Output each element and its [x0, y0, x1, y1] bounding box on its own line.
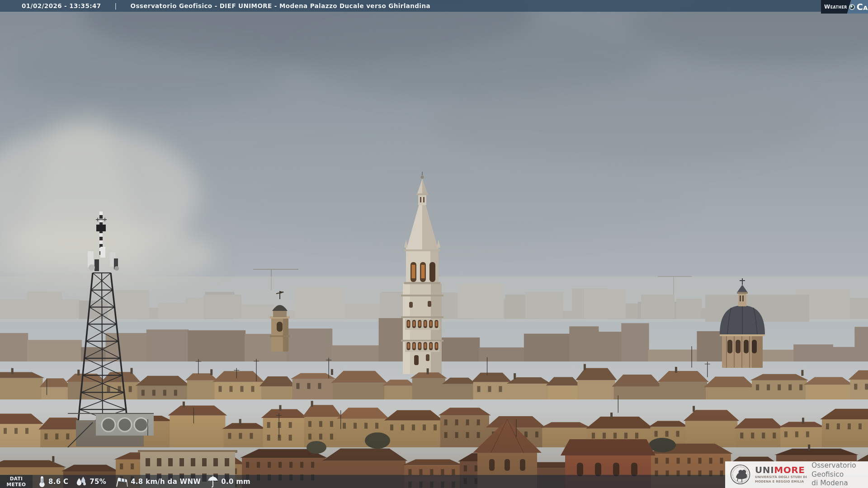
humidity-reading: 75%: [75, 476, 106, 488]
rain-value: 0.0 mm: [221, 478, 250, 486]
header-separator: |: [115, 2, 117, 9]
humidity-icon: [75, 476, 87, 488]
unimore-name: UNIMORE: [755, 465, 807, 474]
svg-text:1175: 1175: [738, 481, 743, 483]
rain-reading: 0.0 mm: [207, 475, 250, 488]
webcam-photo: [0, 0, 868, 488]
camera-lens-icon: [849, 4, 855, 10]
temperature-value: 8.6 C: [48, 478, 68, 486]
observatory-name: Osservatorio Geofisico di Modena: [811, 461, 864, 488]
weathercam-cam-text: Cam: [857, 3, 868, 11]
webcam-viewer: 01/02/2026 - 13:35:47 | Osservatorio Geo…: [0, 0, 868, 488]
weathercam-weather-text: Weather: [824, 4, 847, 10]
temperature-reading: 8.6 C: [37, 475, 68, 488]
weathercam-logo: Weather Cam: [821, 0, 868, 14]
wind-value: 4.8 km/h da WNW: [131, 478, 201, 486]
unimore-wordmark: UNIMORE UNIVERSITÀ DEGLI STUDI DI MODENA…: [755, 465, 807, 483]
unimore-seal-icon: 1175: [730, 463, 751, 487]
umbrella-icon: [207, 475, 219, 488]
header-bar: 01/02/2026 - 13:35:47 | Osservatorio Geo…: [0, 0, 868, 12]
timestamp: 01/02/2026 - 13:35:47: [22, 2, 101, 9]
humidity-value: 75%: [90, 478, 106, 486]
windsock-icon: [115, 476, 128, 488]
wind-reading: 4.8 km/h da WNW: [115, 476, 201, 488]
unimore-subtitle: UNIVERSITÀ DEGLI STUDI DI MODENA E REGGI…: [755, 475, 807, 483]
camera-title: Osservatorio Geofisico - DIEF UNIMORE - …: [131, 2, 430, 9]
meteo-label: DATI METEO: [0, 475, 33, 488]
thermometer-icon: [37, 475, 46, 488]
unimore-logo-box: 1175 UNIMORE UNIVERSITÀ DEGLI STUDI DI M…: [725, 461, 868, 488]
